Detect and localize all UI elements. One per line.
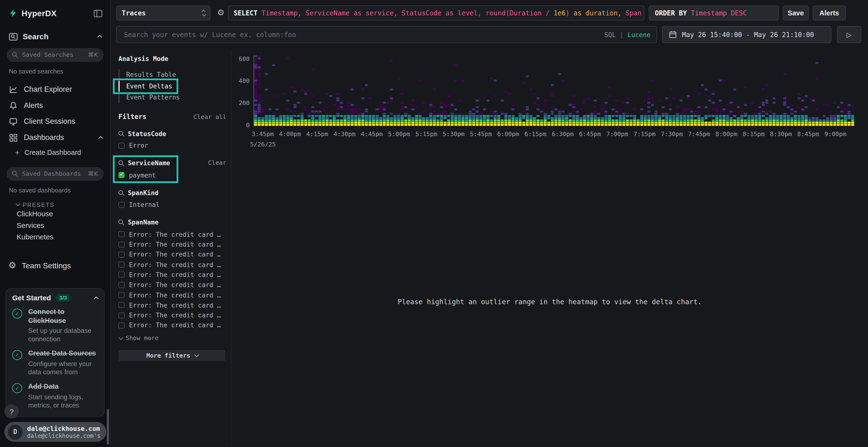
filter-option[interactable]: Error: The credit card …: [118, 240, 226, 249]
checkbox[interactable]: [118, 202, 124, 208]
filter-panel: Analysis Mode Results Table Event Deltas…: [111, 50, 231, 447]
select-stepper-icon: [202, 9, 205, 16]
sidebar-item-dashboards[interactable]: Dashboards: [0, 129, 110, 145]
magnifier-icon: [12, 171, 18, 177]
get-started-item[interactable]: ✓ Create Data Sources Configure where yo…: [12, 350, 98, 377]
checkbox[interactable]: [118, 282, 124, 288]
filter-option[interactable]: Error: The credit card …: [118, 301, 226, 309]
checkbox[interactable]: [118, 272, 124, 278]
heatmap-y-axis: 6004002000: [231, 50, 250, 137]
live-tail-button[interactable]: ▷: [837, 26, 861, 43]
save-button[interactable]: Save: [783, 5, 809, 21]
get-started-item[interactable]: ✓ Connect to ClickHouse Set up your data…: [12, 308, 98, 344]
get-started-card: Get Started 3/3 ✓ Connect to ClickHouse …: [5, 288, 105, 417]
magnifier-icon: [12, 52, 18, 58]
checkbox[interactable]: [118, 322, 124, 328]
search-section-header[interactable]: Search: [0, 18, 110, 41]
presets-label: PRESETS: [23, 201, 55, 208]
get-started-items: ✓ Connect to ClickHouse Set up your data…: [12, 308, 98, 409]
preset-item[interactable]: Kubernetes: [0, 231, 110, 243]
time-range-picker[interactable]: May 26 15:40:00 - May 26 21:10:00: [662, 26, 832, 43]
x-axis-tick: 7:45pm: [685, 131, 713, 138]
filter-option[interactable]: Error: The credit card …: [118, 281, 226, 289]
preset-item[interactable]: Services: [0, 219, 110, 231]
event-search-input[interactable]: [123, 30, 604, 39]
x-axis-tick: 8:15pm: [740, 131, 767, 138]
search-section-icon: [9, 32, 18, 40]
filter-group-header[interactable]: StatusCode: [118, 130, 226, 137]
chevron-down-icon: [119, 335, 123, 340]
saved-searches-input[interactable]: Saved Searches ⌘K: [7, 48, 104, 62]
filter-group-header[interactable]: SpanKind: [118, 189, 226, 197]
filter-group-name: SpanName: [128, 218, 158, 226]
x-axis-tick: 6:15pm: [522, 131, 549, 138]
heatmap-canvas[interactable]: [254, 56, 855, 126]
source-settings-button[interactable]: ⚙: [214, 5, 228, 21]
checkbox[interactable]: [118, 241, 124, 247]
filter-option[interactable]: Error: The credit card …: [118, 291, 226, 299]
order-by-input[interactable]: ORDER BY Timestamp DESC: [649, 5, 779, 21]
analysis-mode-option[interactable]: Event Deltas: [118, 80, 226, 92]
magnifier-icon: [118, 190, 124, 196]
saved-dashboards-input[interactable]: Saved Dashboards ⌘K: [7, 167, 104, 181]
sidebar-item-alerts[interactable]: Alerts: [0, 97, 110, 113]
sql-select-input[interactable]: SELECT Timestamp, ServiceName as service…: [228, 5, 645, 21]
create-dashboard-button[interactable]: + Create Dashboard: [0, 145, 110, 160]
x-axis-tick: 6:30pm: [549, 131, 576, 138]
sidebar-collapse-icon[interactable]: [94, 9, 102, 18]
monitor-icon: [9, 117, 18, 126]
analysis-mode-option[interactable]: Event Patterns: [118, 92, 226, 103]
toggle-divider: |: [620, 31, 623, 38]
checkbox[interactable]: [118, 292, 124, 298]
sidebar-item-chart-explorer[interactable]: Chart Explorer: [0, 81, 110, 97]
x-axis-tick: 5:30pm: [440, 131, 467, 138]
more-filters-button[interactable]: More filters: [118, 350, 225, 361]
get-started-item-title: Create Data Sources: [28, 350, 98, 358]
user-menu[interactable]: D dale@clickhouse.com dale@clickhouse.co…: [4, 422, 106, 442]
chevron-up-icon: [94, 296, 99, 301]
analysis-mode-option[interactable]: Results Table: [118, 69, 226, 80]
filter-option[interactable]: payment: [118, 171, 226, 179]
filter-options: Error: The credit card … Error: The cred…: [118, 230, 226, 330]
check-circle-icon: ✓: [12, 350, 22, 360]
event-search-bar: SQL | Lucene: [116, 26, 657, 43]
language-toggle: SQL | Lucene: [604, 31, 651, 38]
filter-option[interactable]: Error: The credit card …: [118, 250, 226, 259]
x-axis-tick: 9:00pm: [822, 131, 849, 138]
lucene-mode-toggle[interactable]: Lucene: [627, 31, 650, 38]
filter-option[interactable]: Error: The credit card …: [118, 230, 226, 239]
x-axis-tick: 6:45pm: [576, 131, 603, 138]
show-more-link[interactable]: Show more: [118, 335, 226, 342]
x-axis-tick: 6:00pm: [495, 131, 522, 138]
sql-mode-toggle[interactable]: SQL: [604, 31, 616, 38]
filter-option[interactable]: Error: The credit card …: [118, 260, 226, 269]
checkbox[interactable]: [118, 172, 124, 178]
filter-option[interactable]: Internal: [118, 200, 226, 209]
clear-all-filters-link[interactable]: Clear all: [193, 113, 226, 121]
source-select[interactable]: Traces: [116, 5, 210, 21]
filter-option[interactable]: Error: The credit card …: [118, 321, 226, 330]
filter-group-header[interactable]: SpanName: [118, 218, 226, 226]
checkbox[interactable]: [118, 143, 124, 148]
chevron-down-icon: [16, 202, 20, 206]
sidebar-scrollbar[interactable]: [107, 409, 109, 445]
get-started-header[interactable]: Get Started 3/3: [12, 294, 98, 302]
checkbox[interactable]: [118, 312, 124, 318]
x-axis-tick: 5:00pm: [385, 131, 413, 138]
checkbox[interactable]: [118, 302, 124, 308]
alerts-button[interactable]: Alerts: [812, 5, 846, 21]
get-started-item[interactable]: ✓ Add Data Start sending logs, metrics, …: [12, 382, 98, 409]
sidebar-item-team-settings[interactable]: ⚙ Team Settings: [0, 257, 110, 273]
preset-item[interactable]: ClickHouse: [0, 208, 110, 219]
presets-toggle[interactable]: PRESETS: [16, 201, 110, 208]
clear-filter-link[interactable]: Clear: [208, 159, 226, 166]
filter-option[interactable]: Error: The credit card …: [118, 311, 226, 319]
sidebar-item-client-sessions[interactable]: Client Sessions: [0, 113, 110, 130]
filter-option[interactable]: Error: The credit card …: [118, 271, 226, 279]
checkbox[interactable]: [118, 231, 124, 237]
y-axis-tick: 600: [231, 50, 250, 70]
checkbox[interactable]: [118, 251, 124, 257]
filter-option[interactable]: Error: [118, 141, 226, 150]
get-started-item-desc: Set up your database connection: [28, 327, 98, 343]
checkbox[interactable]: [118, 262, 124, 268]
